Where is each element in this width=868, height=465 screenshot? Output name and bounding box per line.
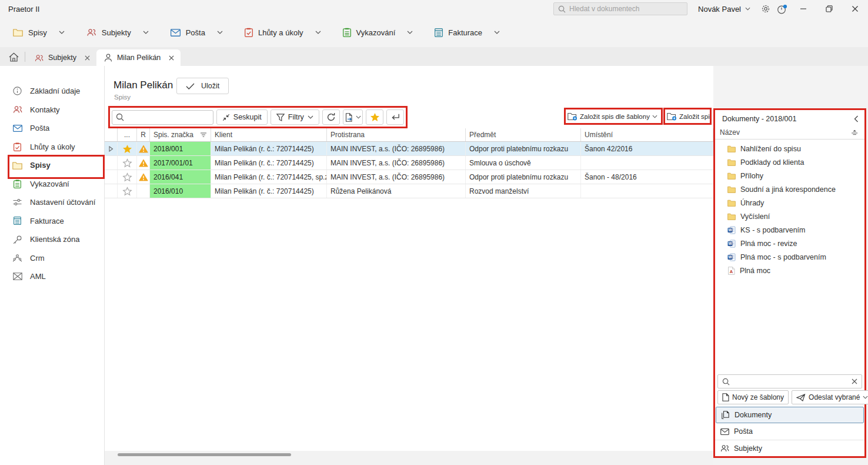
table-row[interactable]: 2017/001/01 Milan Pelikán (r. č.: 720714… <box>105 156 713 170</box>
predmet-cell[interactable]: Smlouva o úschově <box>466 156 581 170</box>
list-item[interactable]: Úhrady <box>715 196 864 210</box>
close-button[interactable] <box>842 0 868 18</box>
list-item[interactable]: Soudní a jiná korespondence <box>715 182 864 196</box>
home-tab-button[interactable] <box>4 49 24 65</box>
filters-button[interactable]: Filtry <box>271 109 319 125</box>
list-item[interactable]: Přílohy <box>715 169 864 182</box>
sidebar-item-kontakty[interactable]: Kontakty <box>0 101 104 119</box>
documents-search[interactable] <box>717 374 862 388</box>
panel-nav-dokumenty[interactable]: Dokumenty <box>716 407 864 423</box>
klient-column-header[interactable]: Klient <box>211 128 327 141</box>
expand-cell[interactable] <box>105 142 118 155</box>
list-item[interactable]: Vyčíslení <box>715 210 864 223</box>
star-outline-icon[interactable] <box>122 187 132 196</box>
protistrana-cell[interactable]: Růžena Pelikánová <box>327 184 466 198</box>
protistrana-cell[interactable]: MAIN INVEST, a.s. (IČO: 26895986) <box>327 170 466 184</box>
create-from-template-button[interactable]: Založit spis dle šablony <box>566 109 661 123</box>
list-item[interactable]: Nahlížení do spisu <box>715 142 864 155</box>
tab-milan-pelikan[interactable]: Milan Pelikán <box>96 49 181 66</box>
umisteni-cell[interactable]: Šanon - 48/2016 <box>581 170 713 184</box>
restore-button[interactable] <box>816 0 842 18</box>
global-search[interactable] <box>553 2 687 15</box>
klient-cell[interactable]: Milan Pelikán (r. č.: 720714425) <box>211 156 327 170</box>
clear-search-icon[interactable] <box>852 378 857 384</box>
spis-znacka-cell[interactable]: 2017/001/01 <box>150 156 211 170</box>
settings-button[interactable] <box>757 0 774 18</box>
sidebar-item-posta[interactable]: Pošta <box>0 119 104 138</box>
enter-button[interactable] <box>386 109 404 125</box>
umisteni-cell[interactable]: Šanon 42/2016 <box>581 142 713 155</box>
star-column-header[interactable]: ... <box>118 128 137 141</box>
menu-vykazovani[interactable]: Vykazování <box>343 28 413 37</box>
create-file-button[interactable]: Založit spis <box>665 109 710 123</box>
export-button[interactable] <box>343 109 363 125</box>
table-row[interactable]: 2018/001 Milan Pelikán (r. č.: 720714425… <box>105 142 713 156</box>
new-from-template-button[interactable]: Nový ze šablony <box>717 390 789 404</box>
sidebar-item-nastaveni-uctovani[interactable]: Nastavení účtování <box>0 193 104 212</box>
tab-subjekty[interactable]: Subjekty <box>27 49 96 66</box>
menu-subjekty[interactable]: Subjekty <box>86 28 149 37</box>
klient-cell[interactable]: Milan Pelikán (r. č.: 720714425, sp.zn <box>211 170 327 184</box>
spis-znacka-cell[interactable]: 2016/010 <box>150 184 211 198</box>
protistrana-cell[interactable]: MAIN INVEST, a.s. (IČO: 26895986) <box>327 142 466 155</box>
panel-nav-posta[interactable]: Pošta <box>715 423 864 440</box>
sidebar-item-fakturace[interactable]: Fakturace <box>0 212 104 231</box>
star-outline-icon[interactable] <box>122 158 132 168</box>
sidebar-item-zakladni-udaje[interactable]: Základní údaje <box>0 82 104 101</box>
sidebar-item-vykazovani[interactable]: Vykazování <box>0 175 104 194</box>
spis-znacka-column-header[interactable]: Spis. značka <box>150 128 211 141</box>
star-outline-icon[interactable] <box>122 172 132 182</box>
sidebar-item-aml[interactable]: AML <box>0 267 104 286</box>
list-item[interactable]: APlná moc <box>715 264 864 277</box>
group-button[interactable]: Seskupit <box>216 109 268 125</box>
spis-znacka-cell[interactable]: 2018/001 <box>150 142 211 155</box>
send-selected-button[interactable]: Odeslat vybrané <box>792 390 868 404</box>
menu-fakturace[interactable]: Fakturace <box>435 28 500 37</box>
list-item[interactable]: WKS - s podbarvením <box>715 223 864 237</box>
close-tab-icon[interactable] <box>169 55 174 61</box>
sidebar-item-klientska-zona[interactable]: Klientská zóna <box>0 230 104 249</box>
horizontal-scrollbar[interactable] <box>118 453 291 456</box>
predmet-column-header[interactable]: Předmět <box>466 128 581 141</box>
menu-posta[interactable]: Pošta <box>171 28 223 37</box>
klient-cell[interactable]: Milan Pelikán (r. č.: 720714425) <box>211 142 327 155</box>
panel-nav-subjekty[interactable]: Subjekty <box>715 440 864 456</box>
klient-cell[interactable]: Milan Pelikán (r. č.: 720714425) <box>211 184 327 198</box>
sidebar-item-crm[interactable]: Crm <box>0 249 104 268</box>
umisteni-column-header[interactable]: Umístění <box>581 128 713 141</box>
table-row[interactable]: 2016/010 Milan Pelikán (r. č.: 720714425… <box>105 184 713 198</box>
star-cell[interactable] <box>118 184 137 198</box>
predmet-cell[interactable]: Odpor proti platebnímu rozkazu <box>466 142 581 155</box>
refresh-button[interactable] <box>322 109 340 125</box>
save-button[interactable]: Uložit <box>176 78 229 94</box>
favorites-button[interactable] <box>366 109 383 125</box>
sidebar-item-spisy[interactable]: Spisy <box>0 156 104 175</box>
close-tab-icon[interactable] <box>85 55 90 61</box>
protistrana-cell[interactable]: MAIN INVEST, a.s. (IČO: 26895986) <box>327 156 466 170</box>
collapse-panel-icon[interactable] <box>854 115 859 122</box>
minimize-button[interactable] <box>790 0 816 18</box>
predmet-cell[interactable]: Odpor proti platebnímu rozkazu <box>466 170 581 184</box>
r-column-header[interactable]: R <box>137 128 150 141</box>
star-cell[interactable] <box>118 156 137 170</box>
star-cell[interactable] <box>118 170 137 184</box>
documents-column-header[interactable]: Název <box>715 126 864 140</box>
filter-lines-icon[interactable] <box>200 132 207 138</box>
sort-ascending-icon[interactable] <box>851 129 859 135</box>
notifications-button[interactable] <box>774 0 790 18</box>
star-cell[interactable] <box>118 142 137 155</box>
list-item[interactable]: WPlná moc - s podbarvením <box>715 250 864 264</box>
menu-lhuty-a-ukoly[interactable]: Lhůty a úkoly <box>245 28 321 37</box>
table-search-input[interactable] <box>127 113 209 121</box>
protistrana-column-header[interactable]: Protistrana <box>327 128 466 141</box>
global-search-input[interactable] <box>569 5 683 13</box>
user-menu[interactable]: Novák Pavel <box>698 5 750 14</box>
umisteni-cell[interactable] <box>581 184 713 198</box>
table-row[interactable]: 2016/041 Milan Pelikán (r. č.: 720714425… <box>105 170 713 184</box>
list-item[interactable]: Podklady od klienta <box>715 155 864 169</box>
predmet-cell[interactable]: Rozvod manželství <box>466 184 581 198</box>
star-filled-icon[interactable] <box>122 144 132 154</box>
expand-arrow-icon[interactable] <box>109 146 113 152</box>
menu-spisy[interactable]: Spisy <box>13 28 65 37</box>
sidebar-item-lhuty-a-ukoly[interactable]: Lhůty a úkoly <box>0 138 104 157</box>
